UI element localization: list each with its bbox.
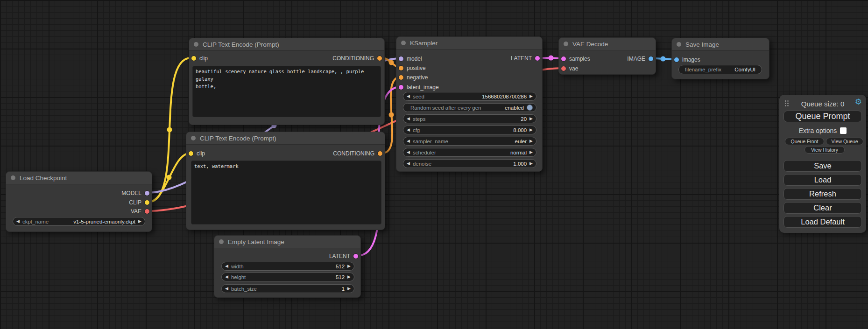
increment-icon[interactable]: ▶ [347, 287, 351, 291]
decrement-icon[interactable]: ◀ [225, 264, 228, 268]
latent-port-dot[interactable] [535, 56, 540, 61]
node-title-bar[interactable]: CLIP Text Encode (Prompt) [189, 38, 384, 51]
node-clip-text-encode-positive[interactable]: CLIP Text Encode (Prompt) clip CONDITION… [189, 38, 385, 125]
next-value-icon[interactable]: ▶ [529, 150, 533, 154]
vae-port-dot[interactable] [561, 66, 566, 71]
model-port-dot[interactable] [399, 56, 403, 61]
random-seed-toggle[interactable]: Random seed after every gen enabled [403, 103, 536, 112]
node-load-checkpoint[interactable]: Load Checkpoint MODEL CLIP VAE ◀ ckpt_na… [6, 171, 152, 232]
seed-widget[interactable]: ◀ seed 156680208700286 ▶ [403, 92, 536, 101]
next-value-icon[interactable]: ▶ [529, 139, 533, 143]
decrement-icon[interactable]: ◀ [407, 117, 410, 121]
model-port-dot[interactable] [145, 191, 149, 196]
conditioning-port-dot[interactable] [399, 75, 403, 80]
clip-port-dot[interactable] [145, 200, 149, 205]
toggle-dot-icon[interactable] [527, 105, 533, 111]
node-ksampler[interactable]: KSampler model positive negative latent_… [396, 36, 543, 172]
output-port-image: IMAGE [627, 56, 653, 62]
node-title: Load Checkpoint [20, 175, 67, 182]
collapse-dot-icon[interactable] [11, 175, 15, 180]
collapse-dot-icon[interactable] [194, 42, 198, 47]
node-title-bar[interactable]: Empty Latent Image [214, 236, 360, 248]
increment-icon[interactable]: ▶ [347, 264, 351, 268]
drag-handle-icon[interactable] [784, 100, 789, 106]
input-port-samples: samples [561, 56, 590, 62]
increment-icon[interactable]: ▶ [529, 161, 533, 166]
width-widget[interactable]: ◀ width 512 ▶ [221, 262, 354, 271]
increment-icon[interactable]: ▶ [529, 128, 533, 132]
node-clip-text-encode-negative[interactable]: CLIP Text Encode (Prompt) clip CONDITION… [186, 132, 385, 230]
node-empty-latent-image[interactable]: Empty Latent Image LATENT ◀ width 512 ▶ … [214, 235, 361, 298]
load-default-button[interactable]: Load Default [783, 216, 862, 228]
image-port-dot[interactable] [674, 57, 679, 62]
latent-port-dot[interactable] [399, 85, 403, 90]
extra-options-checkbox[interactable] [840, 127, 847, 134]
collapse-dot-icon[interactable] [191, 136, 196, 140]
node-title: CLIP Text Encode (Prompt) [200, 135, 276, 142]
filename-prefix-widget[interactable]: filename_prefix ComfyUI [678, 65, 762, 74]
clear-button[interactable]: Clear [783, 202, 862, 214]
sampler-name-widget[interactable]: ◀ sampler_name euler ▶ [403, 137, 536, 146]
link-midpoint-dot [167, 127, 172, 133]
node-title-bar[interactable]: VAE Decode [559, 38, 656, 50]
view-queue-button[interactable]: View Queue [826, 138, 863, 145]
node-vae-decode[interactable]: VAE Decode samples vae IMAGE [558, 37, 656, 75]
node-title-bar[interactable]: KSampler [396, 37, 542, 49]
save-button[interactable]: Save [783, 160, 862, 172]
node-graph-canvas[interactable]: Load Checkpoint MODEL CLIP VAE ◀ ckpt_na… [0, 0, 868, 329]
collapse-dot-icon[interactable] [564, 42, 568, 46]
cfg-widget[interactable]: ◀ cfg 8.000 ▶ [403, 126, 536, 134]
queue-panel-header: Queue size: 0 ⚙ [779, 99, 866, 108]
increment-icon[interactable]: ▶ [529, 117, 533, 121]
node-title-bar[interactable]: Save Image [672, 38, 769, 51]
node-title-bar[interactable]: Load Checkpoint [6, 172, 152, 184]
decrement-icon[interactable]: ◀ [407, 94, 410, 98]
clip-port-dot[interactable] [191, 56, 196, 61]
conditioning-port-dot[interactable] [399, 66, 403, 70]
prev-value-icon[interactable]: ◀ [16, 219, 20, 224]
output-port-conditioning: CONDITIONING [333, 150, 382, 157]
steps-widget[interactable]: ◀ steps 20 ▶ [403, 114, 536, 123]
vae-port-dot[interactable] [145, 209, 149, 214]
next-value-icon[interactable]: ▶ [138, 219, 141, 224]
negative-prompt-textarea[interactable]: text, watermark [191, 161, 381, 224]
clip-port-dot[interactable] [189, 151, 193, 156]
view-history-button[interactable]: View History [804, 146, 845, 154]
positive-prompt-textarea[interactable]: beautiful scenery nature glass bottle la… [192, 66, 381, 117]
port-label: LATENT [329, 253, 350, 259]
port-label: CONDITIONING [332, 55, 374, 62]
latent-port-dot[interactable] [561, 56, 566, 61]
input-port-clip: clip [191, 55, 208, 62]
settings-gear-icon[interactable]: ⚙ [855, 98, 862, 106]
conditioning-port-dot[interactable] [377, 56, 382, 61]
collapse-dot-icon[interactable] [677, 42, 681, 47]
prev-value-icon[interactable]: ◀ [407, 139, 410, 143]
increment-icon[interactable]: ▶ [529, 94, 533, 98]
scheduler-widget[interactable]: ◀ scheduler normal ▶ [403, 148, 536, 157]
queue-prompt-button[interactable]: Queue Prompt [783, 111, 862, 122]
node-title: Save Image [685, 41, 719, 48]
ckpt-name-widget[interactable]: ◀ ckpt_name v1-5-pruned-emaonly.ckpt ▶ [13, 217, 145, 226]
input-port-latent-image: latent_image [399, 84, 439, 91]
conditioning-port-dot[interactable] [378, 151, 382, 156]
latent-port-dot[interactable] [353, 254, 358, 259]
collapse-dot-icon[interactable] [219, 239, 224, 244]
prev-value-icon[interactable]: ◀ [407, 150, 410, 154]
decrement-icon[interactable]: ◀ [225, 287, 228, 291]
node-title-bar[interactable]: CLIP Text Encode (Prompt) [186, 132, 385, 145]
image-port-dot[interactable] [649, 56, 653, 61]
load-button[interactable]: Load [783, 174, 862, 186]
decrement-icon[interactable]: ◀ [225, 275, 228, 279]
node-title: Empty Latent Image [228, 238, 284, 245]
height-widget[interactable]: ◀ height 512 ▶ [221, 273, 354, 281]
decrement-icon[interactable]: ◀ [407, 128, 410, 132]
increment-icon[interactable]: ▶ [347, 275, 351, 279]
refresh-button[interactable]: Refresh [783, 188, 862, 200]
denoise-widget[interactable]: ◀ denoise 1.000 ▶ [403, 159, 536, 168]
decrement-icon[interactable]: ◀ [407, 161, 410, 166]
batch-size-widget[interactable]: ◀ batch_size 1 ▶ [221, 284, 354, 293]
node-save-image[interactable]: Save Image images filename_prefix ComfyU… [671, 38, 769, 79]
node-title: CLIP Text Encode (Prompt) [203, 41, 279, 48]
collapse-dot-icon[interactable] [401, 41, 406, 45]
queue-front-button[interactable]: Queue Front [785, 138, 824, 145]
